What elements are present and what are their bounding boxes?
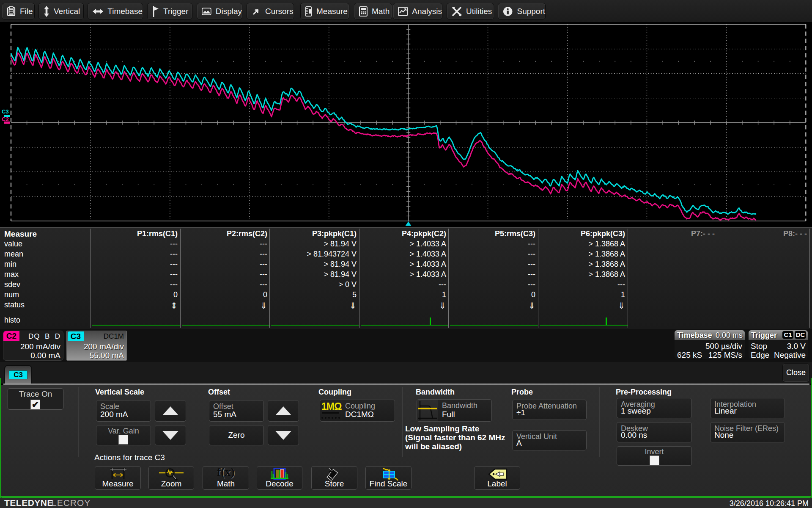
svg-text:C3: C3: [2, 108, 9, 115]
